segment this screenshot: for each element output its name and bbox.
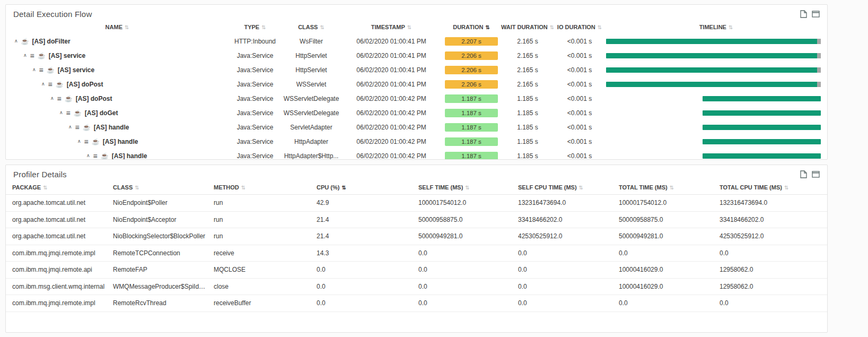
timeline-track — [606, 134, 821, 149]
column-header-class[interactable]: CLASS⇅ — [113, 184, 214, 191]
io-duration-value: <0.001 s — [554, 95, 605, 102]
profiler-row: org.apache.tomcat.util.netNioEndpoint$Ac… — [6, 212, 827, 229]
class-value: WSServlet — [282, 81, 341, 88]
timeline-track — [606, 63, 821, 77]
node-name-cell: ∧≡☕[AS] handle — [6, 138, 229, 145]
class-cell: RemoteTCPConnection — [113, 249, 214, 257]
execution-flow-row[interactable]: ∧☕[AS] doFilterHTTP:InboundWsFilter06/02… — [6, 34, 827, 48]
sort-icon: ⇅ — [135, 185, 139, 191]
execution-flow-header-row: NAME⇅ TYPE⇅ CLASS⇅ TIMESTAMP⇅ DURATION⇅ … — [6, 20, 827, 34]
menu-icon[interactable]: ≡ — [30, 52, 34, 59]
wait-duration-value: 2.165 s — [501, 52, 554, 59]
menu-icon[interactable]: ≡ — [75, 124, 80, 131]
package-cell: org.apache.tomcat.util.net — [12, 232, 113, 240]
column-header-name[interactable]: NAME⇅ — [6, 24, 229, 30]
collapse-chevron-icon[interactable]: ∧ — [59, 110, 63, 115]
collapse-chevron-icon[interactable]: ∧ — [32, 67, 36, 72]
execution-flow-title: Detail Execution Flow — [13, 10, 92, 19]
duration-badge: 1.187 s — [445, 123, 498, 132]
self-cpu-time-cell: 0.0 — [518, 266, 619, 273]
io-duration-value: <0.001 s — [554, 124, 605, 131]
collapse-chevron-icon[interactable]: ∧ — [41, 82, 45, 87]
collapse-chevron-icon[interactable]: ∧ — [68, 125, 72, 129]
sort-icon: ⇅ — [598, 24, 602, 30]
maximize-window-icon[interactable] — [812, 11, 820, 18]
column-header-self-time[interactable]: SELF TIME (MS)⇅ — [418, 184, 518, 191]
timeline-track — [606, 77, 821, 91]
timeline-track — [606, 34, 821, 48]
method-cell: receiveBuffer — [214, 299, 317, 307]
timestamp-value: 06/02/2020 01:00:42 PM — [341, 152, 442, 160]
export-csv-icon[interactable] — [800, 10, 807, 18]
method-cell: run — [214, 216, 317, 223]
total-time-cell: 10000416029.0 — [619, 283, 720, 290]
column-header-wait-duration[interactable]: WAIT DURATION⇅ — [501, 24, 554, 30]
column-header-self-cpu-time[interactable]: SELF CPU TIME (MS)⇅ — [518, 184, 619, 191]
execution-flow-row[interactable]: ∧≡☕[AS] handleJava:ServiceHttpAdapter06/… — [6, 134, 827, 149]
execution-flow-row[interactable]: ∧≡☕[AS] handleJava:ServiceServletAdapter… — [6, 120, 827, 134]
execution-flow-row[interactable]: ∧≡☕[AS] doGetJava:ServiceWSServletDelega… — [6, 106, 827, 120]
column-header-type[interactable]: TYPE⇅ — [229, 24, 282, 30]
column-header-package[interactable]: PACKAGE⇅ — [12, 184, 113, 191]
execution-flow-actions — [800, 10, 820, 18]
class-cell: NioBlockingSelector$BlockPoller — [113, 232, 214, 240]
class-cell: RemoteFAP — [113, 266, 214, 273]
collapse-chevron-icon[interactable]: ∧ — [23, 53, 27, 58]
execution-flow-row[interactable]: ∧≡☕[AS] serviceJava:ServiceHttpServlet06… — [6, 48, 827, 63]
timeline-bar — [703, 96, 821, 101]
class-cell: RemoteRcvThread — [113, 299, 214, 307]
execution-flow-row[interactable]: ∧≡☕[AS] doPostJava:ServiceWSServlet06/02… — [6, 77, 827, 91]
menu-icon[interactable]: ≡ — [39, 66, 43, 74]
collapse-chevron-icon[interactable]: ∧ — [14, 39, 18, 44]
self-time-cell: 0.0 — [418, 266, 518, 273]
timeline-track — [606, 91, 821, 106]
method-cell: run — [214, 232, 317, 240]
execution-flow-row[interactable]: ∧≡☕[AS] handleJava:ServiceHttpAdapter$Ht… — [6, 149, 827, 160]
column-header-duration[interactable]: DURATION⇅ — [442, 24, 501, 30]
duration-cell: 1.187 s — [442, 94, 501, 103]
sort-icon: ⇅ — [241, 185, 246, 191]
column-header-method[interactable]: METHOD⇅ — [214, 184, 317, 191]
column-header-timeline[interactable]: TIMELINE⇅ — [605, 24, 827, 30]
node-label: [AS] service — [58, 66, 94, 74]
method-cell: receive — [214, 249, 317, 257]
timeline-track — [606, 149, 821, 160]
cpu-percent-cell: 42.9 — [317, 199, 418, 206]
total-cpu-time-cell: 0.0 — [720, 299, 827, 307]
sort-icon: ⇅ — [43, 185, 47, 191]
type-value: Java:Service — [229, 95, 282, 102]
collapse-chevron-icon[interactable]: ∧ — [77, 139, 81, 144]
column-header-timestamp[interactable]: TIMESTAMP⇅ — [341, 24, 442, 30]
menu-icon[interactable]: ≡ — [48, 81, 52, 88]
execution-flow-row[interactable]: ∧≡☕[AS] serviceJava:ServiceHttpServlet06… — [6, 63, 827, 77]
timeline-bar-remainder — [817, 39, 821, 44]
column-header-cpu[interactable]: CPU (%)⇅ — [317, 184, 418, 191]
collapse-chevron-icon[interactable]: ∧ — [86, 153, 90, 158]
timestamp-value: 06/02/2020 01:00:42 PM — [341, 124, 442, 131]
class-value: HttpAdapter$Http... — [282, 152, 341, 160]
type-value: Java:Service — [229, 152, 282, 160]
execution-flow-row[interactable]: ∧≡☕[AS] doPostJava:ServiceWSServletDeleg… — [6, 91, 827, 106]
column-header-class[interactable]: CLASS⇅ — [282, 24, 341, 30]
column-header-total-cpu-time[interactable]: TOTAL CPU TIME (MS)⇅ — [720, 184, 827, 191]
column-header-io-duration[interactable]: IO DURATION⇅ — [554, 24, 605, 30]
timeline-cell — [605, 91, 827, 106]
method-cell: run — [214, 199, 317, 206]
timeline-track — [606, 120, 821, 134]
node-label: [AS] doGet — [85, 109, 118, 117]
menu-icon[interactable]: ≡ — [57, 95, 62, 102]
menu-icon[interactable]: ≡ — [66, 109, 71, 117]
timeline-bar — [703, 153, 821, 159]
maximize-window-icon[interactable] — [812, 171, 820, 178]
package-cell: com.ibm.mq.jmqi.remote.impl — [12, 249, 113, 257]
collapse-chevron-icon[interactable]: ∧ — [50, 96, 54, 101]
profiler-row: org.apache.tomcat.util.netNioEndpoint$Po… — [6, 195, 827, 212]
export-csv-icon[interactable] — [800, 170, 807, 178]
duration-cell: 1.187 s — [442, 123, 501, 132]
column-header-total-time[interactable]: TOTAL TIME (MS)⇅ — [619, 184, 720, 191]
io-duration-value: <0.001 s — [554, 52, 605, 59]
wait-duration-value: 1.185 s — [501, 138, 554, 145]
menu-icon[interactable]: ≡ — [93, 152, 98, 160]
io-duration-value: <0.001 s — [554, 138, 605, 145]
menu-icon[interactable]: ≡ — [84, 138, 89, 145]
